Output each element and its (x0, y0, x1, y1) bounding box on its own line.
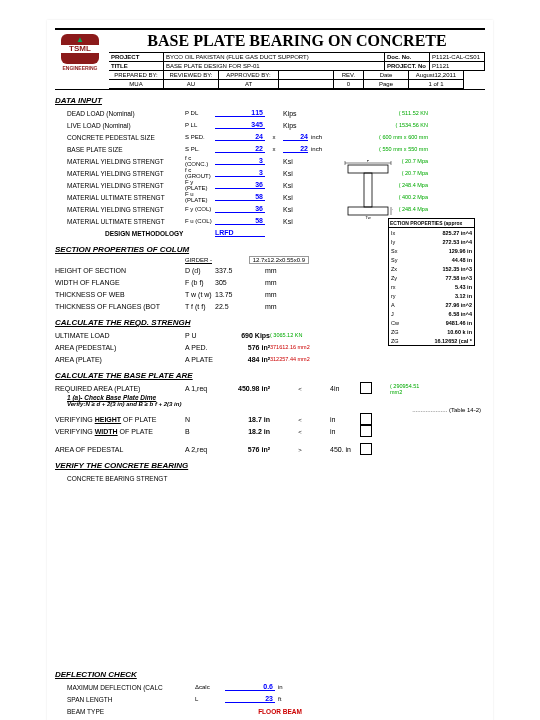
input-row: CONCRETE PEDESTAL SIZES PED.24x24inch( 6… (55, 131, 485, 143)
input-row: BASE PLATE SIZES PL.22x22inch( 550 mm x … (55, 143, 485, 155)
logo: ▲TSML ENGINEERING (55, 30, 105, 74)
svg-text:Tf: Tf (392, 208, 393, 213)
input-row: MATERIAL ULTIMATE STRENGTF u (PLATE)58Ks… (55, 191, 485, 203)
check-box (360, 382, 372, 394)
doc-title: BASE PLATE BEARING ON CONCRETE (109, 30, 485, 53)
ibeam-icon: FTfTw (343, 160, 393, 220)
section-vcb: VERIFY THE CONCRETE BEARING (55, 461, 485, 470)
input-row: DEAD LOAD (Nominal)P DL115Kips( 511.52 K… (55, 107, 485, 119)
input-row: MATERIAL YIELDING STRENGTF y (PLATE)36Ks… (55, 179, 485, 191)
svg-text:Tw: Tw (365, 215, 370, 220)
input-row: MATERIAL YIELDING STRENGTF y (COL)36Ksi(… (55, 203, 485, 215)
props-table: ECTION PROPERTIES (approx Ix825.27 in^4I… (388, 218, 475, 346)
svg-rect-0 (348, 165, 388, 173)
section-data-input: DATA INPUT (55, 96, 485, 105)
input-row: LIVE LOAD (Nominal)P LL345Kips( 1534.56 … (55, 119, 485, 131)
svg-text:F: F (367, 160, 370, 163)
section-deflection: DEFLECTION CHECK (55, 670, 485, 679)
input-row: MATERIAL YIELDING STRENGTf c (GROUT)3Ksi… (55, 167, 485, 179)
section-bpa: CALCULATE THE BASE PLATE ARE (55, 371, 485, 380)
input-row: MATERIAL YIELDING STRENGTf c (CONC.)3Ksi… (55, 155, 485, 167)
svg-rect-1 (364, 173, 372, 207)
svg-rect-2 (348, 207, 388, 215)
calc-sheet: ▲TSML ENGINEERING BASE PLATE BEARING ON … (47, 20, 493, 720)
header: ▲TSML ENGINEERING BASE PLATE BEARING ON … (55, 28, 485, 90)
